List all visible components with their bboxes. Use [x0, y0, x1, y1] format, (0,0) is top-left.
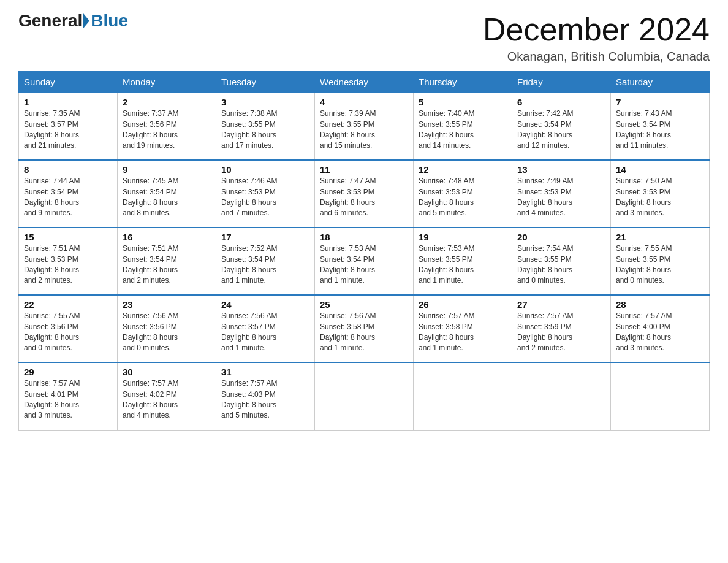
day-info: Sunrise: 7:56 AMSunset: 3:57 PMDaylight:…	[221, 311, 309, 354]
calendar-day-cell: 7Sunrise: 7:43 AMSunset: 3:54 PMDaylight…	[611, 93, 710, 160]
day-info: Sunrise: 7:55 AMSunset: 3:56 PMDaylight:…	[24, 311, 112, 354]
day-number: 15	[24, 232, 112, 242]
day-info: Sunrise: 7:40 AMSunset: 3:55 PMDaylight:…	[419, 109, 507, 151]
page-header: General Blue December 2024 Okanagan, Bri…	[18, 12, 710, 64]
day-number: 3	[221, 97, 309, 107]
day-number: 17	[221, 232, 309, 242]
weekday-header-saturday: Saturday	[611, 72, 710, 93]
day-number: 27	[517, 299, 605, 310]
calendar-day-cell: 25Sunrise: 7:56 AMSunset: 3:58 PMDayligh…	[315, 295, 414, 362]
day-number: 23	[123, 299, 211, 310]
day-number: 25	[320, 299, 408, 310]
day-number: 7	[616, 97, 704, 107]
weekday-header-friday: Friday	[512, 72, 611, 93]
calendar-day-cell: 17Sunrise: 7:52 AMSunset: 3:54 PMDayligh…	[216, 228, 315, 295]
day-number: 22	[24, 299, 112, 310]
calendar-day-cell: 22Sunrise: 7:55 AMSunset: 3:56 PMDayligh…	[19, 295, 118, 362]
day-number: 29	[24, 367, 112, 377]
day-info: Sunrise: 7:54 AMSunset: 3:55 PMDaylight:…	[517, 243, 605, 286]
calendar-day-cell: 5Sunrise: 7:40 AMSunset: 3:55 PMDaylight…	[414, 93, 512, 160]
calendar-day-cell: 27Sunrise: 7:57 AMSunset: 3:59 PMDayligh…	[512, 295, 611, 362]
calendar-week-row: 8Sunrise: 7:44 AMSunset: 3:54 PMDaylight…	[19, 160, 710, 228]
calendar-week-row: 29Sunrise: 7:57 AMSunset: 4:01 PMDayligh…	[19, 362, 710, 430]
calendar-day-cell: 31Sunrise: 7:57 AMSunset: 4:03 PMDayligh…	[216, 362, 315, 430]
weekday-header-wednesday: Wednesday	[315, 72, 414, 93]
day-info: Sunrise: 7:57 AMSunset: 4:01 PMDaylight:…	[24, 378, 112, 421]
day-number: 21	[616, 232, 704, 242]
calendar-week-row: 1Sunrise: 7:35 AMSunset: 3:57 PMDaylight…	[19, 93, 710, 160]
calendar-day-cell: 16Sunrise: 7:51 AMSunset: 3:54 PMDayligh…	[118, 228, 216, 295]
day-number: 24	[221, 299, 309, 310]
day-info: Sunrise: 7:48 AMSunset: 3:53 PMDaylight:…	[419, 176, 507, 219]
day-number: 9	[123, 164, 211, 175]
calendar-day-cell: 14Sunrise: 7:50 AMSunset: 3:53 PMDayligh…	[611, 160, 710, 228]
month-title: December 2024	[483, 12, 710, 47]
calendar-day-cell	[315, 362, 414, 430]
calendar-day-cell: 29Sunrise: 7:57 AMSunset: 4:01 PMDayligh…	[19, 362, 118, 430]
day-number: 30	[123, 367, 211, 377]
day-number: 26	[419, 299, 507, 310]
calendar-day-cell	[611, 362, 710, 430]
calendar-day-cell: 23Sunrise: 7:56 AMSunset: 3:56 PMDayligh…	[118, 295, 216, 362]
day-number: 5	[419, 97, 507, 107]
day-info: Sunrise: 7:46 AMSunset: 3:53 PMDaylight:…	[221, 176, 309, 219]
day-info: Sunrise: 7:57 AMSunset: 4:02 PMDaylight:…	[123, 378, 211, 421]
calendar-day-cell: 6Sunrise: 7:42 AMSunset: 3:54 PMDaylight…	[512, 93, 611, 160]
day-number: 1	[24, 97, 112, 107]
calendar-day-cell: 9Sunrise: 7:45 AMSunset: 3:54 PMDaylight…	[118, 160, 216, 228]
day-number: 12	[419, 164, 507, 175]
day-number: 28	[616, 299, 704, 310]
logo-blue-text: Blue	[91, 12, 128, 29]
day-info: Sunrise: 7:38 AMSunset: 3:55 PMDaylight:…	[221, 109, 309, 151]
location-subtitle: Okanagan, British Columbia, Canada	[483, 50, 710, 64]
logo-arrow-icon	[83, 13, 89, 28]
day-number: 10	[221, 164, 309, 175]
weekday-header-monday: Monday	[118, 72, 216, 93]
calendar-day-cell: 28Sunrise: 7:57 AMSunset: 4:00 PMDayligh…	[611, 295, 710, 362]
day-info: Sunrise: 7:56 AMSunset: 3:58 PMDaylight:…	[320, 311, 408, 354]
calendar-day-cell: 8Sunrise: 7:44 AMSunset: 3:54 PMDaylight…	[19, 160, 118, 228]
day-info: Sunrise: 7:37 AMSunset: 3:56 PMDaylight:…	[123, 109, 211, 151]
logo-general-text: General	[18, 12, 82, 29]
day-info: Sunrise: 7:47 AMSunset: 3:53 PMDaylight:…	[320, 176, 408, 219]
calendar-day-cell: 12Sunrise: 7:48 AMSunset: 3:53 PMDayligh…	[414, 160, 512, 228]
day-info: Sunrise: 7:51 AMSunset: 3:53 PMDaylight:…	[24, 243, 112, 286]
weekday-header-row: SundayMondayTuesdayWednesdayThursdayFrid…	[19, 72, 710, 93]
calendar-day-cell: 24Sunrise: 7:56 AMSunset: 3:57 PMDayligh…	[216, 295, 315, 362]
day-number: 11	[320, 164, 408, 175]
calendar-day-cell: 18Sunrise: 7:53 AMSunset: 3:54 PMDayligh…	[315, 228, 414, 295]
title-block: December 2024 Okanagan, British Columbia…	[483, 12, 710, 64]
calendar-week-row: 22Sunrise: 7:55 AMSunset: 3:56 PMDayligh…	[19, 295, 710, 362]
day-info: Sunrise: 7:51 AMSunset: 3:54 PMDaylight:…	[123, 243, 211, 286]
day-number: 31	[221, 367, 309, 377]
calendar-day-cell: 11Sunrise: 7:47 AMSunset: 3:53 PMDayligh…	[315, 160, 414, 228]
day-info: Sunrise: 7:53 AMSunset: 3:55 PMDaylight:…	[419, 243, 507, 286]
calendar-day-cell: 4Sunrise: 7:39 AMSunset: 3:55 PMDaylight…	[315, 93, 414, 160]
day-info: Sunrise: 7:35 AMSunset: 3:57 PMDaylight:…	[24, 109, 112, 151]
day-number: 13	[517, 164, 605, 175]
day-info: Sunrise: 7:52 AMSunset: 3:54 PMDaylight:…	[221, 243, 309, 286]
day-number: 20	[517, 232, 605, 242]
calendar-table: SundayMondayTuesdayWednesdayThursdayFrid…	[18, 71, 710, 431]
calendar-day-cell: 1Sunrise: 7:35 AMSunset: 3:57 PMDaylight…	[19, 93, 118, 160]
day-info: Sunrise: 7:57 AMSunset: 4:00 PMDaylight:…	[616, 311, 704, 354]
day-info: Sunrise: 7:56 AMSunset: 3:56 PMDaylight:…	[123, 311, 211, 354]
day-info: Sunrise: 7:45 AMSunset: 3:54 PMDaylight:…	[123, 176, 211, 219]
calendar-day-cell: 10Sunrise: 7:46 AMSunset: 3:53 PMDayligh…	[216, 160, 315, 228]
day-info: Sunrise: 7:39 AMSunset: 3:55 PMDaylight:…	[320, 109, 408, 151]
calendar-day-cell: 26Sunrise: 7:57 AMSunset: 3:58 PMDayligh…	[414, 295, 512, 362]
logo: General Blue	[18, 12, 128, 29]
calendar-week-row: 15Sunrise: 7:51 AMSunset: 3:53 PMDayligh…	[19, 228, 710, 295]
calendar-day-cell: 3Sunrise: 7:38 AMSunset: 3:55 PMDaylight…	[216, 93, 315, 160]
day-number: 18	[320, 232, 408, 242]
calendar-day-cell: 15Sunrise: 7:51 AMSunset: 3:53 PMDayligh…	[19, 228, 118, 295]
weekday-header-thursday: Thursday	[414, 72, 512, 93]
weekday-header-sunday: Sunday	[19, 72, 118, 93]
day-number: 6	[517, 97, 605, 107]
day-info: Sunrise: 7:44 AMSunset: 3:54 PMDaylight:…	[24, 176, 112, 219]
day-number: 19	[419, 232, 507, 242]
weekday-header-tuesday: Tuesday	[216, 72, 315, 93]
calendar-day-cell: 2Sunrise: 7:37 AMSunset: 3:56 PMDaylight…	[118, 93, 216, 160]
day-number: 4	[320, 97, 408, 107]
day-info: Sunrise: 7:42 AMSunset: 3:54 PMDaylight:…	[517, 109, 605, 151]
